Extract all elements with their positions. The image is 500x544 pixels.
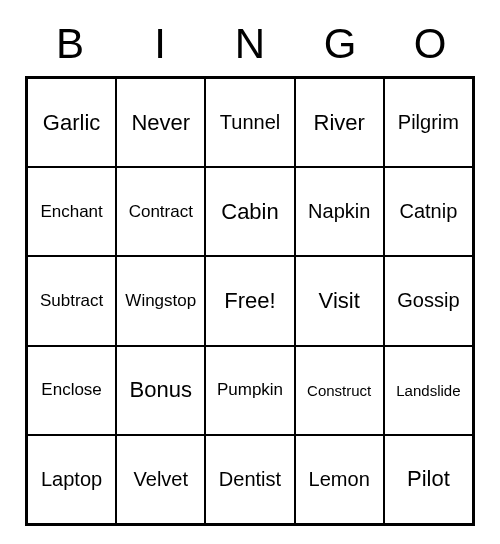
bingo-cell[interactable]: Velvet: [116, 435, 205, 524]
bingo-cell[interactable]: Landslide: [384, 346, 473, 435]
bingo-cell[interactable]: Pilgrim: [384, 78, 473, 167]
bingo-header: B I N G O: [25, 20, 475, 68]
header-letter-b: B: [25, 20, 115, 68]
bingo-cell[interactable]: Garlic: [27, 78, 116, 167]
bingo-cell[interactable]: Construct: [295, 346, 384, 435]
bingo-cell[interactable]: Lemon: [295, 435, 384, 524]
bingo-cell[interactable]: Visit: [295, 256, 384, 345]
bingo-cell-free[interactable]: Free!: [205, 256, 294, 345]
header-letter-g: G: [295, 20, 385, 68]
bingo-cell[interactable]: Wingstop: [116, 256, 205, 345]
bingo-cell[interactable]: Dentist: [205, 435, 294, 524]
bingo-cell[interactable]: Bonus: [116, 346, 205, 435]
bingo-cell[interactable]: Pumpkin: [205, 346, 294, 435]
bingo-cell[interactable]: Pilot: [384, 435, 473, 524]
bingo-cell[interactable]: Tunnel: [205, 78, 294, 167]
bingo-cell[interactable]: Never: [116, 78, 205, 167]
bingo-cell[interactable]: Gossip: [384, 256, 473, 345]
bingo-cell[interactable]: Cabin: [205, 167, 294, 256]
bingo-cell[interactable]: Laptop: [27, 435, 116, 524]
header-letter-i: I: [115, 20, 205, 68]
bingo-cell[interactable]: Subtract: [27, 256, 116, 345]
bingo-cell[interactable]: Catnip: [384, 167, 473, 256]
bingo-cell[interactable]: Enclose: [27, 346, 116, 435]
header-letter-n: N: [205, 20, 295, 68]
bingo-cell[interactable]: River: [295, 78, 384, 167]
bingo-cell[interactable]: Enchant: [27, 167, 116, 256]
bingo-grid: Garlic Never Tunnel River Pilgrim Enchan…: [25, 76, 475, 526]
bingo-cell[interactable]: Napkin: [295, 167, 384, 256]
header-letter-o: O: [385, 20, 475, 68]
bingo-cell[interactable]: Contract: [116, 167, 205, 256]
